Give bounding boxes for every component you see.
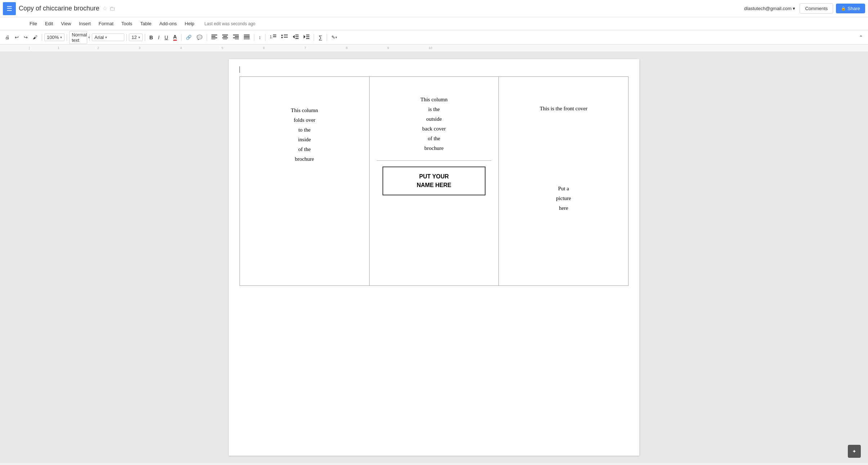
print-icon: 🖨 (5, 35, 10, 40)
doc-title[interactable]: Copy of chiccarine brochure (19, 5, 99, 12)
style-selector[interactable]: Normal text ▾ (69, 31, 87, 44)
undo-button[interactable]: ↩ (13, 33, 21, 41)
menu-addons[interactable]: Add-ons (156, 19, 180, 28)
link-button[interactable]: 🔗 (184, 33, 194, 41)
document-area: This columnfolds overto theinsideof theb… (0, 52, 868, 463)
name-box[interactable]: PUT YOURNAME HERE (382, 167, 486, 195)
share-label: Share (847, 6, 860, 11)
ruler-mark: 7 (304, 46, 306, 50)
align-right-button[interactable] (231, 33, 241, 42)
table-row: This columnfolds overto theinsideof theb… (240, 77, 628, 286)
svg-rect-1 (211, 36, 215, 37)
print-button[interactable]: 🖨 (3, 33, 12, 41)
bullet-list-icon (281, 34, 288, 40)
col2-cell[interactable]: This columnis theoutsideback coverof the… (369, 77, 499, 286)
svg-rect-2 (211, 37, 217, 38)
fab-button[interactable]: ✦ (848, 445, 861, 458)
top-bar: ☰ Copy of chiccarine brochure ☆ 🗀 dlastu… (0, 0, 868, 17)
comment-button[interactable]: 💬 (194, 33, 205, 41)
svg-rect-21 (284, 35, 288, 35)
account-dropdown-icon: ▾ (793, 6, 795, 11)
format-paint-button[interactable]: 🖌 (31, 33, 40, 41)
font-dropdown-icon: ▾ (105, 35, 107, 39)
menu-help[interactable]: Help (181, 19, 198, 28)
app-menu-button[interactable]: ☰ (3, 2, 16, 15)
collapse-toolbar-button[interactable]: ⌃ (857, 33, 865, 41)
svg-rect-30 (306, 38, 309, 39)
separator-11 (327, 34, 327, 41)
formula-icon: ∑ (318, 34, 322, 40)
menu-format[interactable]: Format (95, 19, 117, 28)
ruler-mark: 3 (139, 46, 140, 50)
svg-rect-5 (223, 36, 227, 37)
text-color-button[interactable]: A (171, 32, 179, 42)
comment-icon: 💬 (197, 35, 202, 40)
numbered-list-icon: 1. (270, 34, 276, 40)
col1-text: This columnfolds overto theinsideof theb… (247, 84, 362, 164)
italic-button[interactable]: I (156, 33, 162, 42)
menu-table[interactable]: Table (137, 19, 155, 28)
text-cursor (240, 66, 240, 73)
separator-9 (265, 34, 265, 41)
separator-5 (145, 34, 145, 41)
menu-file[interactable]: File (26, 19, 41, 28)
svg-rect-14 (244, 37, 250, 38)
fab-icon: ✦ (852, 448, 856, 454)
menu-view[interactable]: View (57, 19, 75, 28)
ruler-mark: 4 (180, 46, 182, 50)
line-spacing-icon: ↕ (259, 35, 261, 40)
font-size-dropdown[interactable]: 12 ▾ (129, 34, 142, 41)
underline-button[interactable]: U (162, 33, 170, 42)
align-center-icon (222, 34, 228, 40)
col1-cell[interactable]: This columnfolds overto theinsideof theb… (240, 77, 370, 286)
ruler-mark: 1 (58, 46, 59, 50)
ruler-mark: 8 (346, 46, 348, 50)
zoom-dropdown-icon: ▾ (60, 35, 62, 39)
pen-button[interactable]: ✎ ▾ (329, 33, 339, 41)
indent-increase-icon (304, 34, 309, 40)
bold-button[interactable]: B (147, 33, 155, 42)
star-icon[interactable]: ☆ (102, 5, 107, 12)
collapse-toolbar-icon: ⌃ (859, 35, 863, 40)
formula-button[interactable]: ∑ (316, 33, 325, 42)
document-page[interactable]: This columnfolds overto theinsideof theb… (229, 59, 639, 456)
svg-rect-3 (211, 39, 215, 39)
redo-button[interactable]: ↪ (22, 33, 30, 41)
separator-6 (181, 34, 182, 41)
line-spacing-button[interactable]: ↕ (256, 33, 263, 41)
font-selector[interactable]: Arial ▾ (92, 34, 124, 41)
zoom-selector[interactable]: 100% ▾ (44, 34, 64, 41)
font-size-value: 12 (131, 35, 137, 40)
zoom-value: 100% (47, 35, 59, 40)
col2-back-text: This columnis theoutsideback coverof the… (377, 95, 492, 153)
numbered-list-button[interactable]: 1. (268, 33, 278, 42)
comments-button[interactable]: Comments (800, 3, 833, 14)
svg-rect-13 (244, 36, 250, 37)
align-center-button[interactable] (220, 33, 230, 42)
svg-text:1.: 1. (270, 35, 273, 39)
ruler-mark: 2 (97, 46, 99, 50)
col3-picture-text: Put apicturehere (506, 112, 621, 213)
menu-tools[interactable]: Tools (118, 19, 136, 28)
indent-increase-button[interactable] (301, 33, 312, 42)
col3-cell[interactable]: This is the front cover Put apicturehere (499, 77, 628, 286)
style-value: Normal text (72, 32, 87, 43)
text-color-icon: A (173, 34, 177, 41)
share-button[interactable]: 🔒 Share (836, 4, 865, 13)
col2-divider (377, 160, 492, 161)
svg-rect-17 (273, 35, 276, 35)
svg-rect-26 (295, 38, 299, 39)
separator-7 (207, 34, 207, 41)
svg-rect-22 (284, 37, 288, 37)
folder-icon[interactable]: 🗀 (109, 5, 115, 12)
doc-title-area: Copy of chiccarine brochure ☆ 🗀 (19, 5, 744, 12)
indent-decrease-button[interactable] (291, 33, 301, 42)
format-paint-icon: 🖌 (33, 35, 37, 40)
align-left-button[interactable] (209, 33, 219, 42)
user-account[interactable]: dlastutech@gmail.com ▾ (744, 6, 795, 11)
menu-insert[interactable]: Insert (75, 19, 94, 28)
svg-rect-29 (306, 36, 309, 37)
align-justify-button[interactable] (242, 33, 252, 42)
bullet-list-button[interactable] (279, 33, 290, 42)
menu-edit[interactable]: Edit (41, 19, 57, 28)
